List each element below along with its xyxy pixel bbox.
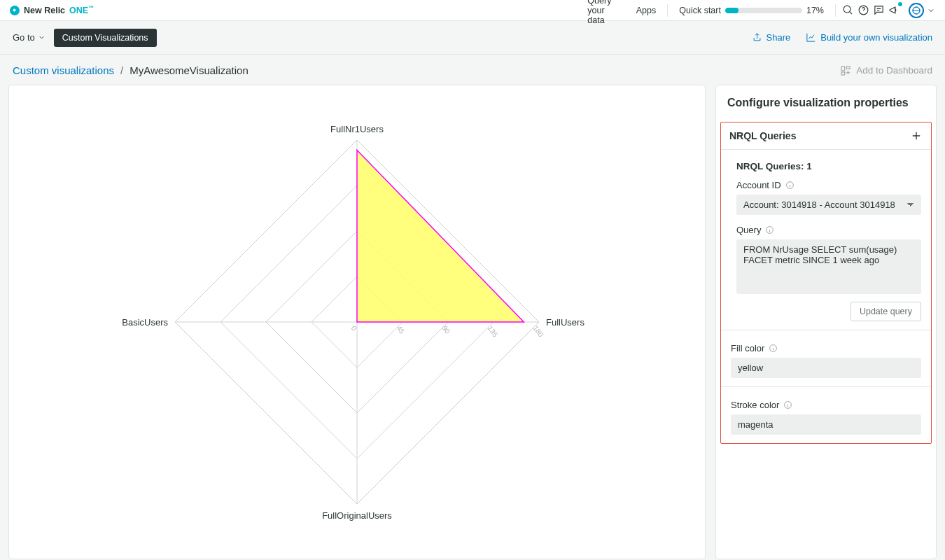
radar-chart: 04590135180 — [112, 105, 602, 539]
separator — [667, 4, 668, 17]
sub-header: Go to Custom Visualizations Share Build … — [0, 21, 945, 55]
nrql-count-label: NRQL Queries: 1 — [736, 161, 921, 172]
nav-apps-label: Apps — [636, 6, 657, 15]
fill-color-group: Fill color — [721, 330, 931, 378]
axis-label-bottom: FullOriginalUsers — [322, 510, 392, 521]
brand-logo[interactable]: New Relic ONE™ — [10, 5, 94, 15]
visualization-canvas: 04590135180 FullNr1Users FullUsers FullO… — [8, 85, 706, 559]
query-textarea[interactable] — [736, 239, 921, 294]
info-icon[interactable] — [785, 181, 794, 190]
nav-query-data-label: Query your data — [587, 0, 617, 25]
breadcrumb-row: Custom visualizations / MyAwesomeVisuali… — [0, 55, 945, 85]
nrql-query-group: NRQL Queries: 1 Account ID Account: 3014… — [721, 150, 931, 321]
update-query-button[interactable]: Update query — [850, 302, 921, 321]
config-panel-title: Configure visualization properties — [727, 97, 925, 109]
line-chart-icon — [806, 32, 816, 43]
svg-rect-7 — [841, 66, 845, 71]
share-icon — [752, 32, 762, 43]
quick-start-label: Quick start — [679, 6, 721, 15]
info-icon[interactable] — [769, 344, 778, 353]
share-link[interactable]: Share — [752, 32, 791, 43]
brand-eye-icon — [10, 6, 20, 15]
help-button[interactable] — [855, 3, 871, 18]
account-id-label: Account ID — [736, 180, 921, 190]
brand-suffix: ONE™ — [69, 5, 94, 15]
feedback-button[interactable] — [871, 3, 886, 18]
share-label: Share — [766, 32, 791, 43]
fill-color-input[interactable] — [731, 358, 921, 378]
info-icon[interactable] — [765, 225, 774, 234]
account-select[interactable]: Account: 3014918 - Account 3014918 — [736, 195, 921, 215]
axis-label-right: FullUsers — [546, 317, 584, 328]
dashboard-add-icon — [840, 65, 851, 76]
breadcrumb-sep: / — [120, 64, 123, 76]
search-button[interactable] — [840, 3, 855, 18]
separator — [835, 4, 836, 17]
svg-text:180: 180 — [532, 324, 545, 338]
nrql-section-title: NRQL Queries — [729, 130, 796, 141]
add-to-dashboard-label: Add to Dashboard — [856, 65, 932, 76]
svg-point-4 — [844, 6, 850, 13]
stroke-color-input[interactable] — [731, 414, 921, 435]
breadcrumb-current: MyAwesomeVisualization — [130, 64, 248, 76]
svg-marker-23 — [357, 150, 524, 322]
nav-quick-start[interactable]: Quick start 17% — [672, 6, 831, 15]
chevron-down-icon — [927, 6, 935, 15]
page-body: Custom visualizations / MyAwesomeVisuali… — [0, 55, 945, 560]
config-panel: Configure visualization properties NRQL … — [715, 85, 937, 559]
search-icon — [842, 4, 854, 16]
axis-label-top: FullNr1Users — [330, 124, 384, 134]
axis-label-left: BasicUsers — [122, 317, 168, 328]
build-viz-label: Build your own visualization — [820, 32, 932, 43]
chevron-down-icon — [38, 34, 46, 41]
build-viz-link[interactable]: Build your own visualization — [806, 32, 932, 43]
svg-rect-9 — [841, 72, 845, 75]
quick-start-percent: 17% — [806, 6, 824, 15]
help-icon — [858, 4, 869, 16]
go-to-menu[interactable]: Go to — [13, 32, 46, 43]
stroke-color-label: Stroke color — [731, 400, 921, 410]
announcements-button[interactable] — [886, 3, 902, 18]
user-menu[interactable] — [902, 3, 935, 18]
svg-text:90: 90 — [441, 324, 452, 335]
stroke-color-group: Stroke color — [721, 386, 931, 435]
go-to-label: Go to — [13, 32, 35, 43]
brand-name: New Relic — [24, 6, 65, 15]
query-label: Query — [736, 225, 921, 235]
config-highlight-box: NRQL Queries NRQL Queries: 1 Account ID … — [720, 122, 932, 444]
breadcrumb-root[interactable]: Custom visualizations — [13, 64, 114, 76]
megaphone-icon — [888, 4, 900, 16]
notification-dot-icon — [898, 2, 902, 6]
add-to-dashboard[interactable]: Add to Dashboard — [840, 65, 932, 76]
global-header: New Relic ONE™ Query your data Apps Quic… — [0, 0, 945, 21]
bar-chart-icon — [551, 0, 583, 27]
nav-query-data[interactable]: Query your data — [544, 0, 625, 27]
add-query-button[interactable] — [910, 130, 923, 142]
svg-text:135: 135 — [486, 324, 500, 338]
avatar-icon — [909, 3, 924, 18]
svg-text:45: 45 — [396, 324, 407, 335]
fill-color-label: Fill color — [731, 343, 921, 354]
info-icon[interactable] — [783, 400, 792, 410]
quick-start-progress — [725, 8, 802, 13]
chat-icon — [873, 4, 885, 16]
nrql-section-header: NRQL Queries — [721, 122, 931, 150]
svg-rect-8 — [847, 66, 850, 69]
context-chip[interactable]: Custom Visualizations — [54, 29, 157, 47]
nav-apps[interactable]: Apps — [625, 6, 664, 15]
